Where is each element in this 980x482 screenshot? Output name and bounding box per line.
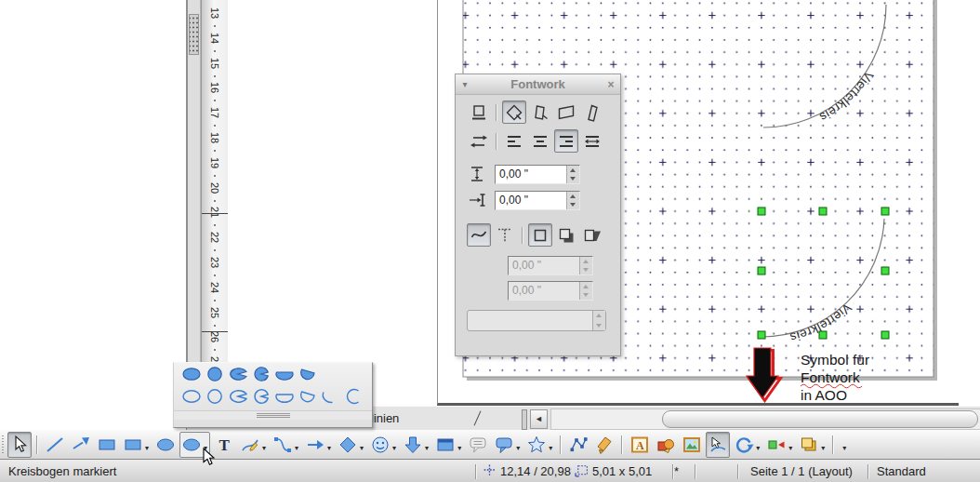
callouts-tool[interactable]: ▾ xyxy=(492,432,523,458)
fontwork-align-left-button[interactable] xyxy=(502,129,526,153)
ellipse-pie-unfilled-shape-button[interactable] xyxy=(226,388,249,406)
circle-segment-shape-button[interactable] xyxy=(296,366,319,383)
line-arrow-end-tool[interactable] xyxy=(69,432,93,458)
status-page-style[interactable]: Standard xyxy=(869,464,980,478)
status-page-info[interactable]: Seite 1 / 1 (Layout) xyxy=(739,464,867,478)
indent-spinner[interactable] xyxy=(566,192,579,209)
rectangle-tool[interactable] xyxy=(95,432,119,458)
gallery-tool[interactable] xyxy=(680,432,704,458)
fontwork-shadow-slant-button[interactable] xyxy=(580,223,604,247)
arrange-tool[interactable]: ▾ xyxy=(797,432,828,458)
panel-collapse-icon[interactable]: ▾ xyxy=(456,79,474,89)
circle-arc-shape-button[interactable] xyxy=(342,388,365,406)
connector-tool[interactable]: ▾ xyxy=(271,432,301,458)
dropdown-arrow-icon[interactable]: ▾ xyxy=(392,444,396,452)
annotation-line-3: in AOO xyxy=(801,387,847,403)
dropdown-arrow-icon[interactable]: ▾ xyxy=(425,444,429,452)
fontwork-panel[interactable]: ▾ Fontwork × 0,00 " xyxy=(455,74,621,356)
circle-shape-button[interactable] xyxy=(203,366,226,383)
flowcharts-tool[interactable]: ▾ xyxy=(433,432,464,458)
dropdown-arrow-icon[interactable]: ▾ xyxy=(549,444,552,452)
selection-handle[interactable] xyxy=(758,208,765,215)
selection-handle[interactable] xyxy=(819,331,827,339)
fontwork-off-button[interactable] xyxy=(467,100,491,124)
annotation-text[interactable]: Symbol für Fontwork in AOO xyxy=(801,352,869,403)
selection-handle[interactable] xyxy=(881,267,889,274)
fontwork-panel-titlebar[interactable]: ▾ Fontwork × xyxy=(456,74,620,95)
lines-arrows-tool[interactable]: ▾ xyxy=(303,432,334,458)
dropdown-arrow-icon[interactable]: ▾ xyxy=(842,444,846,452)
edit-points-tool[interactable] xyxy=(566,432,590,458)
dropdown-arrow-icon[interactable]: ▾ xyxy=(360,444,364,452)
panel-close-icon[interactable]: × xyxy=(602,78,620,91)
fontwork-text-contour-button[interactable] xyxy=(493,223,517,247)
fontwork-gallery-tool[interactable]: A xyxy=(628,432,652,458)
effects-tool[interactable] xyxy=(706,432,730,458)
selection-handle[interactable] xyxy=(881,331,889,339)
fontwork-shadow-off-button[interactable] xyxy=(528,223,552,247)
horizontal-scrollbar-thumb[interactable] xyxy=(662,410,978,428)
fontwork-contour-button[interactable] xyxy=(467,223,491,247)
svg-text:T: T xyxy=(219,436,231,454)
selection-handle[interactable] xyxy=(758,267,765,274)
dropdown-arrow-icon[interactable]: ▾ xyxy=(327,444,331,452)
arc-shape-button[interactable] xyxy=(319,388,342,406)
ellipse-tool[interactable] xyxy=(153,432,178,458)
glue-points-tool[interactable] xyxy=(592,432,616,458)
dropdown-arrow-icon[interactable]: ▾ xyxy=(457,444,461,452)
fontwork-indent-input[interactable]: 0,00 " xyxy=(495,191,580,210)
circle-segment-unfilled-shape-button[interactable] xyxy=(296,388,319,406)
overflow-tool[interactable]: ▾ xyxy=(839,432,849,458)
ellipse-pie-shape-button[interactable] xyxy=(226,366,249,383)
fontwork-align-right-button[interactable] xyxy=(554,129,578,153)
palette-drag-handle[interactable] xyxy=(174,410,372,420)
extrusion-tool[interactable] xyxy=(654,432,678,458)
fontwork-slant-vertical-button[interactable] xyxy=(580,100,604,124)
selection-handle[interactable] xyxy=(819,208,827,215)
selection-handle[interactable] xyxy=(881,208,889,215)
horizontal-scrollbar[interactable] xyxy=(550,408,980,430)
alignment-tool[interactable]: ▾ xyxy=(764,432,795,458)
dropdown-arrow-icon[interactable]: ▾ xyxy=(262,444,266,452)
fontwork-slant-horizontal-button[interactable] xyxy=(554,100,578,124)
selection-handle[interactable] xyxy=(758,331,765,339)
ellipse-segment-shape-button[interactable] xyxy=(272,366,296,383)
circle-pie-shape-button[interactable] xyxy=(249,366,272,383)
dropdown-arrow-icon[interactable]: ▾ xyxy=(145,444,149,452)
fontwork-shadow-vertical-button[interactable] xyxy=(554,223,578,247)
dropdown-arrow-icon[interactable]: ▾ xyxy=(821,444,825,452)
dropdown-arrow-icon[interactable]: ▾ xyxy=(295,444,298,452)
toolbar-grip[interactable] xyxy=(2,435,4,454)
rectangle-shapes-tool[interactable]: ▾ xyxy=(121,432,152,458)
circles-ovals-palette[interactable] xyxy=(173,362,373,428)
dropdown-arrow-icon[interactable]: ▾ xyxy=(756,444,760,452)
callout-tool[interactable] xyxy=(466,432,490,458)
block-arrows-tool[interactable]: ▾ xyxy=(401,432,431,458)
circle-pie-unfilled-shape-button[interactable] xyxy=(249,388,272,406)
curve-tool[interactable]: ▾ xyxy=(238,432,269,458)
ellipse-segment-unfilled-shape-button[interactable] xyxy=(272,388,296,406)
select-tool[interactable] xyxy=(7,432,32,458)
splitter-grip[interactable] xyxy=(189,14,199,55)
stars-tool[interactable]: ▾ xyxy=(524,432,555,458)
tab-scrollbar-splitter[interactable] xyxy=(522,409,527,430)
fontwork-distance-input[interactable]: 0,00 " xyxy=(495,165,580,184)
line-tool[interactable] xyxy=(43,432,67,458)
distance-spinner[interactable] xyxy=(566,166,579,183)
status-position-size[interactable]: 12,14 / 20,98 5,01 x 5,01 xyxy=(477,463,672,480)
fontwork-upright-button[interactable] xyxy=(528,100,552,124)
tab-scroll-left-button[interactable]: ◄ xyxy=(530,409,548,429)
dropdown-arrow-icon[interactable]: ▾ xyxy=(516,444,520,452)
circle-unfilled-shape-button[interactable] xyxy=(203,388,226,406)
rotate-tool[interactable]: ▾ xyxy=(732,432,762,458)
glue-points-icon xyxy=(594,435,615,455)
basic-shapes-tool[interactable]: ▾ xyxy=(336,432,366,458)
dropdown-arrow-icon[interactable]: ▾ xyxy=(788,444,792,452)
fontwork-rotate-button[interactable] xyxy=(502,100,526,124)
symbol-shapes-tool[interactable]: ▾ xyxy=(368,432,399,458)
fontwork-align-center-button[interactable] xyxy=(528,129,552,153)
ellipse-unfilled-shape-button[interactable] xyxy=(179,388,203,406)
fontwork-autosize-button[interactable] xyxy=(580,129,604,153)
ellipse-shape-button[interactable] xyxy=(179,366,203,383)
fontwork-orientation-button[interactable] xyxy=(467,129,491,153)
